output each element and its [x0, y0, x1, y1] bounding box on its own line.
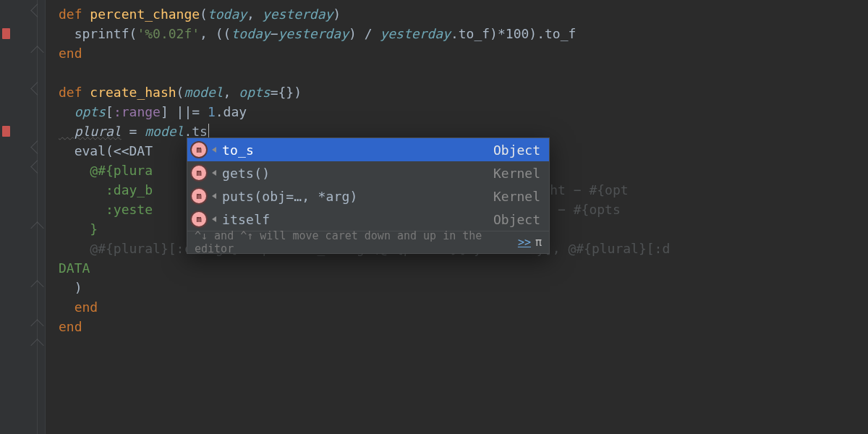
completion-type: Kernel [493, 189, 540, 204]
override-arrow-icon [212, 147, 216, 153]
pi-icon[interactable]: π [535, 236, 542, 249]
code-line[interactable]: end [59, 297, 868, 317]
method-icon: m [192, 166, 206, 180]
override-arrow-icon [212, 216, 216, 222]
code-line[interactable]: end [59, 43, 868, 63]
gutter-row [0, 336, 45, 356]
param: today [208, 7, 247, 22]
completion-item[interactable]: m to_s Object [187, 138, 549, 161]
completion-label: puts(obj=…, *arg) [222, 189, 488, 204]
gutter-row [0, 141, 45, 161]
string-literal: '%0.02f' [137, 26, 200, 41]
gutter-row [0, 122, 45, 141]
completion-type: Object [493, 212, 540, 227]
completion-popup[interactable]: m to_s Object m gets() Kernel m puts(obj… [187, 137, 550, 254]
fold-handle-icon[interactable] [30, 4, 43, 17]
completion-item[interactable]: m puts(obj=…, *arg) Kernel [187, 184, 549, 208]
gutter [0, 0, 46, 434]
override-arrow-icon [212, 193, 216, 199]
code-line[interactable]: ) [59, 278, 868, 297]
unresolved-identifier: plural [59, 124, 122, 139]
completion-type: Object [493, 142, 540, 158]
breakpoint-marker[interactable] [2, 126, 10, 137]
completion-label: to_s [222, 142, 488, 158]
code-editor[interactable]: def percent_change(today, yesterday) spr… [0, 0, 868, 434]
completion-type: Kernel [493, 166, 540, 181]
completion-hint-text: ^↓ and ^↑ will move caret down and up in… [195, 229, 514, 255]
method-icon: m [192, 189, 206, 203]
fold-handle-icon[interactable] [30, 140, 43, 153]
fold-handle-icon[interactable] [30, 280, 43, 293]
gutter-row [0, 219, 45, 239]
function-name: percent_change [90, 7, 200, 22]
gutter-row [0, 43, 45, 63]
method-icon: m [192, 212, 206, 226]
completion-hint-link[interactable]: >> [518, 236, 531, 249]
gutter-row [0, 317, 45, 336]
fold-handle-icon[interactable] [30, 339, 43, 352]
code-line[interactable]: sprintf('%0.02f', ((today−yesterday) / y… [59, 24, 868, 43]
code-line[interactable]: DATA [59, 258, 868, 278]
code-line[interactable]: def percent_change(today, yesterday) [59, 4, 868, 24]
code-line[interactable]: end [59, 317, 868, 336]
breakpoint-marker[interactable] [2, 28, 10, 39]
completion-label: itself [222, 212, 488, 227]
text-caret [208, 124, 209, 139]
gutter-row [0, 4, 45, 24]
completion-label: gets() [222, 166, 488, 181]
gutter-row [0, 82, 45, 102]
gutter-row [0, 161, 45, 180]
fold-handle-icon[interactable] [30, 46, 43, 59]
code-line[interactable]: opts[:range] ||= 1.day [59, 102, 868, 122]
completion-item[interactable]: m itself Object [187, 208, 549, 231]
function-name: create_hash [90, 85, 176, 100]
completion-item[interactable]: m gets() Kernel [187, 161, 549, 184]
fold-guideline [37, 0, 38, 434]
fold-handle-icon[interactable] [30, 82, 43, 95]
code-line[interactable] [59, 63, 868, 82]
param: yesterday [263, 7, 333, 22]
fold-handle-icon[interactable] [30, 221, 43, 234]
code-area[interactable]: def percent_change(today, yesterday) spr… [46, 0, 868, 434]
gutter-row [0, 24, 45, 43]
override-arrow-icon [212, 170, 216, 176]
completion-hint: ^↓ and ^↑ will move caret down and up in… [187, 231, 549, 253]
method-icon: m [192, 142, 206, 157]
fold-handle-icon[interactable] [30, 160, 43, 173]
fold-handle-icon[interactable] [30, 319, 43, 332]
keyword: def [59, 7, 82, 22]
gutter-row [0, 278, 45, 297]
code-line[interactable]: def create_hash(model, opts={}) [59, 82, 868, 102]
